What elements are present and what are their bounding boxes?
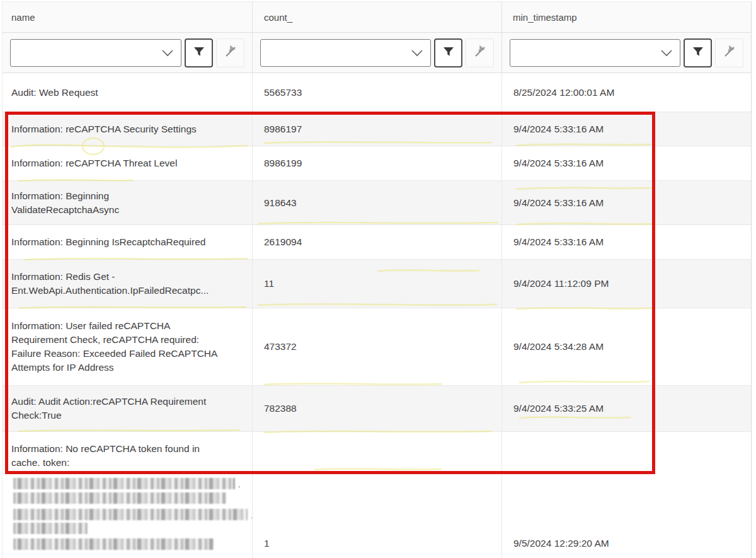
- redacted-token-line: [13, 523, 88, 534]
- filter-cell-name: [3, 33, 253, 73]
- redacted-blur-block: [13, 492, 226, 504]
- redacted-blur-block: [13, 523, 88, 534]
- redacted-token-line: [13, 538, 214, 550]
- cell-name-text: Information: Beginning IsRecaptchaRequir…: [11, 235, 205, 249]
- table-row[interactable]: Information: User failed reCAPTCHA Requi…: [3, 308, 751, 386]
- cell-name[interactable]: Information: No reCAPTCHA token found in…: [3, 432, 253, 558]
- apply-filter-button-count[interactable]: [434, 38, 462, 67]
- table-row[interactable]: Audit: Audit Action:reCAPTCHA Requiremen…: [3, 386, 751, 432]
- column-header-name-label: name: [11, 12, 35, 23]
- table-row[interactable]: Information: Beginning ValidateRecaptcha…: [3, 181, 751, 225]
- results-grid: name count_ min_timestamp: [2, 1, 752, 558]
- column-header-min-timestamp[interactable]: min_timestamp: [502, 2, 751, 32]
- cell-min-timestamp[interactable]: 9/4/2024 11:12:09 PM: [502, 260, 751, 308]
- table-row[interactable]: Information: Beginning IsRecaptchaRequir…: [3, 225, 751, 260]
- filter-row: [3, 33, 751, 73]
- cell-count[interactable]: 1: [253, 432, 502, 558]
- table-body: Audit: Web Request55657338/25/2024 12:00…: [3, 73, 751, 558]
- cell-count[interactable]: 473372: [253, 308, 502, 385]
- redacted-blur-block: [13, 509, 248, 520]
- filter-combobox-name[interactable]: [10, 39, 181, 67]
- clear-filter-icon: [223, 44, 238, 61]
- cell-name-text: Audit: Web Request: [11, 86, 98, 100]
- cell-count[interactable]: 8986197: [253, 112, 502, 146]
- apply-filter-button-name[interactable]: [185, 38, 213, 67]
- redacted-blur-block: [13, 478, 235, 489]
- filter-cell-min-timestamp: [502, 33, 751, 73]
- cell-name-text: Information: reCAPTCHA Threat Level: [11, 156, 177, 170]
- cell-min-timestamp[interactable]: 9/4/2024 5:34:28 AM: [502, 308, 751, 385]
- column-header-count-label: count_: [264, 12, 292, 23]
- redacted-token-line: ..: [13, 509, 253, 520]
- filter-input-name[interactable]: [11, 40, 161, 66]
- clear-filter-icon: [472, 44, 488, 61]
- cell-name[interactable]: Information: reCAPTCHA Security Settings: [3, 112, 253, 146]
- cell-name[interactable]: Information: Redis Get - Ent.WebApi.Auth…: [3, 260, 253, 308]
- cell-min-timestamp[interactable]: 9/4/2024 5:33:16 AM: [502, 112, 751, 146]
- cell-min-timestamp[interactable]: 9/4/2024 5:33:16 AM: [502, 146, 751, 180]
- cell-name-text: Information: No reCAPTCHA token found in…: [11, 442, 200, 470]
- cell-count[interactable]: 8986199: [253, 146, 502, 180]
- cell-name[interactable]: Information: reCAPTCHA Threat Level: [3, 146, 253, 180]
- cell-name[interactable]: Audit: Web Request: [3, 73, 253, 112]
- filter-funnel-icon: [192, 45, 206, 61]
- filter-funnel-icon: [691, 45, 705, 61]
- cell-name-text: Information: User failed reCAPTCHA Requi…: [11, 319, 217, 375]
- cell-count[interactable]: 2619094: [253, 225, 502, 259]
- column-header-name[interactable]: name: [3, 2, 253, 32]
- cell-name[interactable]: Information: User failed reCAPTCHA Requi…: [3, 308, 253, 385]
- cell-min-timestamp[interactable]: 9/4/2024 5:33:16 AM: [502, 181, 751, 224]
- column-header-count[interactable]: count_: [253, 2, 502, 32]
- apply-filter-button-min-timestamp[interactable]: [684, 38, 712, 67]
- cell-name-text: Information: Beginning ValidateRecaptcha…: [11, 189, 119, 217]
- cell-name[interactable]: Information: Beginning IsRecaptchaRequir…: [3, 225, 253, 259]
- cell-count[interactable]: 5565733: [253, 73, 502, 112]
- clear-filter-button-name[interactable]: [216, 38, 244, 67]
- filter-combobox-min-timestamp[interactable]: [510, 39, 680, 67]
- chevron-down-icon[interactable]: [411, 49, 423, 57]
- cell-min-timestamp[interactable]: 8/25/2024 12:00:01 AM: [502, 73, 751, 112]
- cell-count[interactable]: 782388: [253, 386, 502, 431]
- cell-name[interactable]: Information: Beginning ValidateRecaptcha…: [3, 181, 253, 224]
- table-row[interactable]: Audit: Web Request55657338/25/2024 12:00…: [3, 73, 751, 112]
- filter-combobox-count[interactable]: [260, 39, 431, 67]
- cell-name-text: Information: reCAPTCHA Security Settings: [11, 122, 197, 136]
- column-header-row: name count_ min_timestamp: [3, 2, 751, 33]
- filter-cell-count: [253, 33, 502, 73]
- clear-filter-button-min-timestamp[interactable]: [715, 38, 743, 67]
- redacted-token-line: [13, 492, 226, 504]
- column-header-min-timestamp-label: min_timestamp: [513, 12, 577, 23]
- cell-name[interactable]: Audit: Audit Action:reCAPTCHA Requiremen…: [3, 386, 253, 431]
- table-row[interactable]: Information: No reCAPTCHA token found in…: [3, 432, 751, 558]
- cell-count[interactable]: 11: [253, 260, 502, 308]
- redacted-line-suffix: .: [238, 479, 241, 489]
- filter-input-count[interactable]: [261, 40, 411, 66]
- cell-min-timestamp[interactable]: 9/4/2024 5:33:16 AM: [502, 225, 751, 259]
- filter-input-min-timestamp[interactable]: [510, 40, 660, 66]
- redacted-blur-block: [13, 538, 214, 550]
- table-row[interactable]: Information: Redis Get - Ent.WebApi.Auth…: [3, 260, 751, 308]
- cell-count[interactable]: 918643: [253, 181, 502, 224]
- cell-name-text: Audit: Audit Action:reCAPTCHA Requiremen…: [11, 395, 206, 422]
- cell-name-text: Information: Redis Get - Ent.WebApi.Auth…: [11, 270, 209, 298]
- clear-filter-button-count[interactable]: [466, 38, 494, 67]
- cell-min-timestamp[interactable]: 9/4/2024 5:33:25 AM: [502, 386, 751, 431]
- table-row[interactable]: Information: reCAPTCHA Threat Level89861…: [3, 146, 751, 181]
- redacted-token-line: .: [13, 478, 241, 489]
- chevron-down-icon[interactable]: [161, 49, 174, 57]
- table-row[interactable]: Information: reCAPTCHA Security Settings…: [3, 112, 751, 146]
- cell-min-timestamp[interactable]: 9/5/2024 12:29:20 AM: [502, 432, 751, 558]
- clear-filter-icon: [722, 44, 737, 61]
- chevron-down-icon[interactable]: [660, 49, 673, 57]
- filter-funnel-icon: [442, 45, 455, 61]
